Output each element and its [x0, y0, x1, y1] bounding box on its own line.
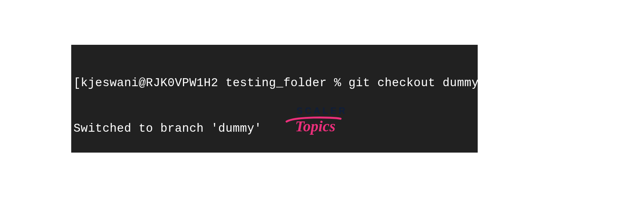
- terminal-line: Switched to branch 'dummy': [73, 121, 475, 136]
- terminal-output: [kjeswani@RJK0VPW1H2 testing_folder % gi…: [71, 45, 478, 153]
- terminal-line: [kjeswani@RJK0VPW1H2 testing_folder % gi…: [73, 76, 475, 91]
- scaler-topics-logo: SCALER Topics: [292, 106, 352, 141]
- topics-script-icon: Topics: [284, 113, 352, 140]
- logo-secondary-text: Topics: [284, 113, 352, 141]
- topics-text: Topics: [295, 118, 336, 135]
